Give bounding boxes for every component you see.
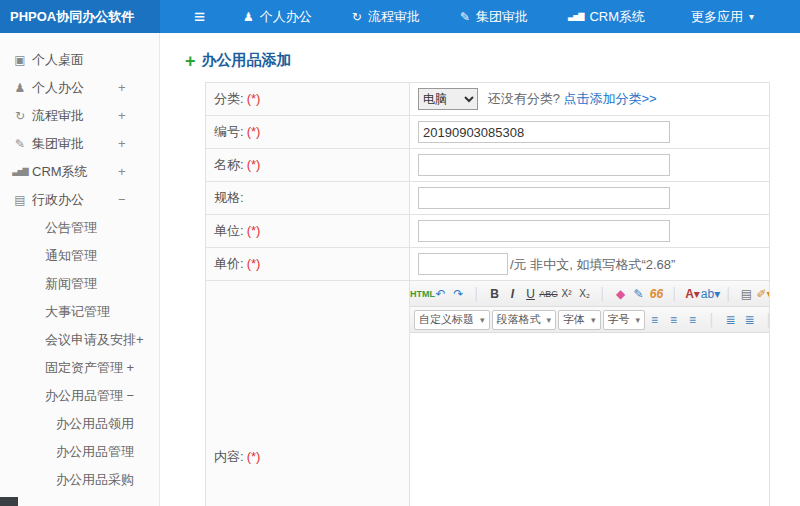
topnav-item-label: 个人办公 [260, 8, 312, 26]
form-row-code: 编号:(*) [206, 116, 770, 149]
sidebar-item-group-approval[interactable]: ✎ 集团审批 + [0, 130, 159, 158]
form-row-content: 内容:(*) HTML ↶ ↷ │ B [206, 281, 770, 506]
form-row-unit: 单位:(*) [206, 215, 770, 248]
add-category-link[interactable]: 点击添加分类>> [563, 91, 656, 106]
topnav-item-crm[interactable]: ▃▅▇ CRM系统 [568, 8, 651, 26]
editor-toolbar-row2: 自定义标题 ▾ 段落格式 ▾ 字体 [410, 307, 769, 333]
topnav-item-personal-office[interactable]: ♟ 个人办公 [243, 8, 318, 26]
italic-button[interactable]: I [504, 284, 521, 304]
toolbar-separator: │ [720, 284, 737, 304]
superscript-button[interactable]: X² [558, 284, 575, 304]
blockquote-button[interactable]: 66 [648, 284, 665, 304]
required-mark: (*) [247, 256, 261, 271]
category-hint: 还没有分类? [488, 91, 560, 106]
format-brush-button[interactable]: ✎ [630, 284, 647, 304]
sidebar-item-news-mgmt[interactable]: 新闻管理 [0, 270, 159, 298]
topnav-item-label: CRM系统 [589, 8, 645, 26]
sidebar-item-desktop[interactable]: ▣ 个人桌面 [0, 46, 159, 74]
font-family-dropdown[interactable]: 字体 ▾ [558, 310, 601, 330]
ordered-list-button[interactable]: ≣ [741, 310, 758, 330]
subscript-button[interactable]: X₂ [576, 284, 593, 304]
eraser-button[interactable]: ◆ [612, 284, 629, 304]
user-icon: ♟ [243, 11, 254, 23]
chart-icon: ▃▅▇ [568, 13, 583, 21]
spec-input[interactable] [418, 187, 670, 209]
topnav-item-more-apps[interactable]: 更多应用 ▾ [685, 8, 754, 26]
sidebar-item-announcement-mgmt[interactable]: 公告管理 [0, 214, 159, 242]
sidebar: ▣ 个人桌面 ♟ 个人办公 + ↻ 流程审批 + ✎ 集团审批 + ▃▅▇ CR… [0, 33, 160, 506]
redo-button[interactable]: ↷ [450, 284, 467, 304]
form-row-category: 分类:(*) 电脑 还没有分类? 点击添加分类>> [206, 83, 770, 116]
align-left-button[interactable]: ≡ [646, 310, 663, 330]
topnav-item-group-approval[interactable]: ✎ 集团审批 [460, 8, 534, 26]
expander-icon: − [118, 186, 126, 214]
editor-toolbar-row1: HTML ↶ ↷ │ B I U [410, 281, 769, 307]
table-button[interactable]: ▤ [738, 284, 755, 304]
add-plus-icon: + [185, 52, 196, 70]
sidebar-item-supplies-management[interactable]: 办公用品管理 [0, 438, 159, 466]
topnav: ♟ 个人办公 ↻ 流程审批 ✎ 集团审批 ▃▅▇ CRM系统 [243, 8, 754, 26]
sidebar-item-fixed-assets-mgmt[interactable]: 固定资产管理 + [0, 354, 159, 382]
paragraph-format-dropdown[interactable]: 段落格式 ▾ [492, 310, 557, 330]
sidebar-item-label: 行政办公 [32, 186, 159, 214]
expander-icon: + [118, 158, 126, 186]
sidebar-item-workflow-approval[interactable]: ↻ 流程审批 + [0, 102, 159, 130]
underline-button[interactable]: U [522, 284, 539, 304]
sidebar-item-admin-office[interactable]: ▤ 行政办公 − [0, 186, 159, 214]
sidebar-item-personal-office[interactable]: ♟ 个人办公 + [0, 74, 159, 102]
sidebar-item-notice-mgmt[interactable]: 通知管理 [0, 242, 159, 270]
desktop-icon: ▣ [12, 46, 28, 74]
sidebar-item-label: 办公用品管理 [56, 438, 159, 466]
sidebar-item-crm[interactable]: ▃▅▇ CRM系统 + [0, 158, 159, 186]
sidebar-item-supplies-requisition[interactable]: 办公用品领用 [0, 410, 159, 438]
sidebar-item-supplies-purchase[interactable]: 办公用品采购 [0, 466, 159, 494]
editor-content-area[interactable] [410, 333, 769, 506]
expander-icon: + [118, 102, 126, 130]
form-row-spec: 规格: [206, 182, 770, 215]
process-icon: ↻ [352, 11, 362, 23]
edit-icon: ✎ [12, 130, 28, 158]
code-input[interactable] [418, 121, 670, 143]
align-right-button[interactable]: ≡ [684, 310, 701, 330]
custom-title-dropdown[interactable]: 自定义标题 ▾ [414, 310, 490, 330]
sidebar-item-label: 个人桌面 [32, 46, 159, 74]
sidebar-item-label: 流程审批 [32, 102, 159, 130]
font-size-dropdown[interactable]: 字号 ▾ [603, 310, 646, 330]
scrollbar-corner [0, 497, 18, 506]
expander-icon: + [118, 130, 126, 158]
sidebar-item-label: 会议申请及安排+ [45, 326, 159, 354]
price-label: 单价:(*) [206, 248, 410, 281]
sidebar-item-events-mgmt[interactable]: 大事记管理 [0, 298, 159, 326]
pen-color-button[interactable]: ✐▾ [756, 284, 769, 304]
name-input[interactable] [418, 154, 670, 176]
bold-button[interactable]: B [486, 284, 503, 304]
html-source-button[interactable]: HTML [414, 284, 431, 304]
content-label: 内容:(*) [206, 281, 410, 506]
font-color-button[interactable]: A▾ [684, 284, 701, 304]
required-mark: (*) [247, 223, 261, 238]
highlight-color-button[interactable]: ab▾ [702, 284, 719, 304]
edit-icon: ✎ [460, 11, 470, 23]
required-mark: (*) [247, 157, 261, 172]
align-center-button[interactable]: ≡ [665, 310, 682, 330]
spec-label: 规格: [206, 182, 410, 215]
undo-button[interactable]: ↶ [432, 284, 449, 304]
hamburger-menu-icon[interactable]: ≡ [194, 7, 205, 26]
form-row-price: 单价:(*) /元 非中文, 如填写格式“2.68” [206, 248, 770, 281]
toolbar-separator: │ [666, 284, 683, 304]
sidebar-item-label: 公告管理 [45, 214, 159, 242]
price-input[interactable] [418, 253, 508, 275]
strikethrough-button[interactable]: ABC [540, 284, 557, 304]
topnav-item-workflow-approval[interactable]: ↻ 流程审批 [352, 8, 426, 26]
category-select[interactable]: 电脑 [418, 88, 478, 110]
unordered-list-button[interactable]: ≣ [722, 310, 739, 330]
sidebar-item-office-supplies-mgmt[interactable]: 办公用品管理 − [0, 382, 159, 410]
sidebar-item-label: CRM系统 [32, 158, 159, 186]
app-logo[interactable]: PHPOA协同办公软件 [0, 0, 160, 33]
sidebar-item-label: 新闻管理 [45, 270, 159, 298]
sidebar-item-label: 通知管理 [45, 242, 159, 270]
sidebar-item-meeting-mgmt[interactable]: 会议申请及安排+ [0, 326, 159, 354]
user-icon: ♟ [12, 74, 28, 102]
unit-input[interactable] [418, 220, 670, 242]
chevron-down-icon: ▾ [591, 315, 596, 325]
